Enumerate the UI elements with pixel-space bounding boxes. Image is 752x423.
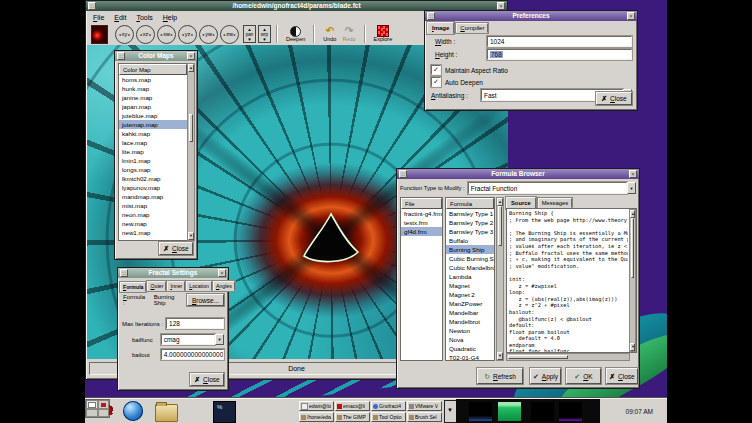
tab[interactable]: Formula xyxy=(120,282,146,292)
window-menu-icon[interactable]: ∷ xyxy=(399,170,407,178)
color-map-column-header[interactable]: Color Map xyxy=(119,64,187,75)
formula-list-item[interactable]: ManZPower xyxy=(446,299,494,308)
window-menu-icon[interactable]: ∷ xyxy=(117,52,125,60)
color-map-list-item[interactable]: hunk.map xyxy=(119,84,187,93)
source-code-view[interactable]: Burning Ship { ; From the web page http:… xyxy=(506,208,637,353)
color-map-list-item[interactable]: homs.map xyxy=(119,75,187,84)
deepen-button[interactable]: Deepen xyxy=(286,26,305,42)
color-map-list-item[interactable]: kahki.map xyxy=(119,129,187,138)
preferences-titlebar[interactable]: ∷ Preferences × xyxy=(425,11,637,21)
tab[interactable]: Outer xyxy=(147,281,166,291)
menu-item[interactable]: Edit xyxy=(114,14,126,21)
scroll-down-icon[interactable]: ▼ xyxy=(497,352,503,360)
tab[interactable]: Location xyxy=(186,281,212,291)
formula-list-item[interactable]: Mandelbrot xyxy=(446,317,494,326)
bailout-field[interactable]: 4.00000000000000000 xyxy=(161,349,224,360)
formula-list-item[interactable]: Magnet xyxy=(446,281,494,290)
formula-list-item[interactable]: T02-01-G4 xyxy=(446,353,494,361)
rotate-axis-button[interactable]: ◂xw▸ xyxy=(157,25,176,44)
color-map-list-item[interactable]: jutemap.map xyxy=(119,120,187,129)
source-vscrollbar[interactable]: ▲ ▼ xyxy=(629,209,636,352)
workspace-cell[interactable] xyxy=(86,400,98,409)
height-field[interactable]: 768 xyxy=(487,49,632,60)
scroll-up-icon[interactable]: ▲ xyxy=(497,198,503,206)
tab[interactable]: Image xyxy=(427,22,454,34)
file-manager-launcher[interactable] xyxy=(155,404,178,422)
scroll-down-icon[interactable]: ▼ xyxy=(188,232,194,240)
max-iterations-field[interactable]: 128 xyxy=(166,318,224,329)
formula-list-item[interactable]: Barnsley Type 1 xyxy=(446,209,494,218)
close-icon[interactable]: × xyxy=(627,12,635,20)
width-field[interactable]: 1024 xyxy=(487,36,632,47)
color-map-list-item[interactable]: lace.map xyxy=(119,138,187,147)
window-menu-icon[interactable]: ∷ xyxy=(427,12,435,20)
pan-button[interactable]: ▲wrp▼ xyxy=(258,25,271,43)
tray-thumbnail[interactable] xyxy=(559,402,582,421)
color-map-list-item[interactable]: new2.map xyxy=(119,237,187,241)
formula-list-item[interactable]: Quadratic xyxy=(446,344,494,353)
tab[interactable]: Inner xyxy=(167,281,185,291)
scrollbar-thumb[interactable] xyxy=(631,218,634,278)
fractal-settings-titlebar[interactable]: ∷ Fractal Settings × xyxy=(118,268,228,278)
color-map-list-item[interactable]: janine.map xyxy=(119,93,187,102)
close-icon[interactable]: × xyxy=(218,269,226,277)
formula-list-item[interactable]: Cubic Mandelbrot xyxy=(446,263,494,272)
redo-button[interactable]: ↷ Redo xyxy=(342,26,355,42)
task-button[interactable]: Tool Optio xyxy=(371,412,406,422)
close-icon[interactable]: × xyxy=(629,170,637,178)
pan-button[interactable]: ▲pan▼ xyxy=(243,25,256,43)
browse-button[interactable]: Browse... xyxy=(187,294,224,306)
tab[interactable]: Compiler xyxy=(456,23,488,33)
checkbox[interactable]: ✓ xyxy=(431,65,441,75)
task-button[interactable]: emacs@li xyxy=(335,401,370,411)
formula-browser-close-button[interactable]: ✗Close xyxy=(606,368,638,384)
dropdown-arrow-icon[interactable]: ▼ xyxy=(627,182,636,194)
color-maps-close-button[interactable]: ✗Close xyxy=(159,242,193,255)
color-map-list-item[interactable]: neon.map xyxy=(119,210,187,219)
rotate-axis-button[interactable]: ◂zw▸ xyxy=(220,25,239,44)
source-hscrollbar[interactable] xyxy=(506,353,630,361)
scroll-up-icon[interactable]: ▲ xyxy=(630,210,635,218)
terminal-launcher[interactable] xyxy=(213,401,236,423)
formula-list-item[interactable]: Mandelbar xyxy=(446,308,494,317)
color-map-list-item[interactable]: new1.map xyxy=(119,228,187,237)
close-icon[interactable]: × xyxy=(187,52,195,60)
scrollbar-thumb[interactable] xyxy=(189,114,193,142)
workspace-cell[interactable] xyxy=(86,409,98,418)
formula-list-item[interactable]: Newton xyxy=(446,326,494,335)
task-button[interactable]: The GIMP xyxy=(335,412,370,422)
scroll-down-icon[interactable]: ▼ xyxy=(630,343,635,351)
color-map-scrollbar[interactable]: ▲ ▼ xyxy=(187,63,195,241)
color-map-list-item[interactable]: new.map xyxy=(119,219,187,228)
formula-list-item[interactable]: Barnsley Type 2 xyxy=(446,218,494,227)
preferences-close-button[interactable]: ✗Close xyxy=(596,92,632,105)
formula-list-item[interactable]: Magnet 2 xyxy=(446,290,494,299)
tab[interactable]: Angles xyxy=(213,281,235,291)
menu-item[interactable]: File xyxy=(93,14,104,21)
scroll-up-icon[interactable]: ▲ xyxy=(188,64,194,72)
tray-thumbnail[interactable] xyxy=(531,402,554,421)
workspace-cell[interactable] xyxy=(98,409,110,418)
formula-browser-titlebar[interactable]: ∷ Formula Browser × xyxy=(397,169,639,179)
task-button[interactable]: VMware V xyxy=(407,401,442,411)
color-map-list-item[interactable]: longs.map xyxy=(119,165,187,174)
workspace-cell[interactable] xyxy=(98,400,110,409)
checkbox[interactable]: ✓ xyxy=(431,77,441,87)
rotate-axis-button[interactable]: ◂xy▸ xyxy=(115,25,134,44)
apply-button[interactable]: ✔Apply xyxy=(530,368,561,384)
color-map-list-item[interactable]: lkmtch02.map xyxy=(119,174,187,183)
scrollbar-thumb[interactable] xyxy=(498,206,502,246)
rotate-axis-button[interactable]: ◂yz▸ xyxy=(178,25,197,44)
explore-button[interactable]: Explore xyxy=(374,26,393,42)
window-menu-icon[interactable]: ∷ xyxy=(88,2,96,10)
rotate-axis-button[interactable]: ◂xz▸ xyxy=(136,25,155,44)
formula-list-item[interactable]: Cubic Burning Ship xyxy=(446,254,494,263)
function-type-combo[interactable]: Fractal Function xyxy=(468,182,627,194)
file-list-item[interactable]: gf4d.frm xyxy=(401,227,442,236)
ok-button[interactable]: ✔OK xyxy=(566,368,601,384)
fractal-settings-close-button[interactable]: ✗Close xyxy=(190,373,224,386)
file-list-item[interactable]: fractint-g4.frm xyxy=(401,209,442,218)
rotate-axis-button[interactable]: ◂yw▸ xyxy=(199,25,218,44)
workspace-pager[interactable] xyxy=(85,399,110,418)
tray-thumbnail[interactable] xyxy=(469,402,492,421)
